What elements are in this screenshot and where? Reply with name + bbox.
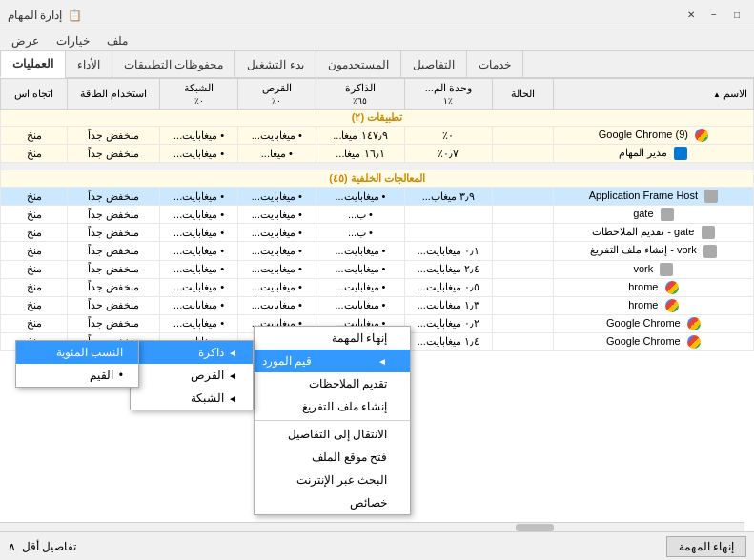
context-separator-1	[255, 420, 410, 421]
group-title-bg: المعالجات الخلفية (٤٥)	[1, 170, 754, 188]
process-name: Google Chrome (9)	[553, 127, 753, 145]
group-title-apps: تطبيقات (٢)	[1, 110, 754, 127]
tab-processes[interactable]: العمليات	[0, 51, 65, 78]
process-name: مدير المهام	[553, 145, 753, 163]
table-row[interactable]: vork ٢٫٤ ميغابايت... • ميغابايت... • ميغ…	[1, 260, 754, 278]
process-name: gate	[553, 206, 753, 224]
table-row[interactable]: gate - تقديم الملاحظات • ب... • ميغابايت…	[1, 224, 754, 242]
menu-bar: ملف خيارات عرض	[0, 30, 754, 51]
app-icon: 📋	[68, 9, 82, 22]
table-row[interactable]: مدير المهام ٠٫٧٪ ١٦٫١ ميغا... • ميغا... …	[1, 145, 754, 163]
submenu-item-memory[interactable]: ◄ ذاكرة	[131, 341, 253, 364]
minimize-button[interactable]: −	[704, 6, 723, 25]
process-table: الاسم ▲ الحالة وحدة الم...٪١ الذاكرة٦٥٪ …	[0, 78, 754, 351]
submenu-memory: النسب المئوية • القيم	[15, 340, 139, 388]
submenu2-item-percent[interactable]: النسب المئوية	[16, 341, 138, 364]
context-menu-item-open-location[interactable]: فتح موقع الملف	[255, 446, 410, 469]
cpu-val: ٣٫٩ ميغاب...	[405, 188, 492, 206]
col-power[interactable]: استخدام الطاقة	[68, 79, 160, 110]
tab-startup[interactable]: بدء التشغيل	[234, 51, 315, 77]
title-bar-controls: ✕ − □	[682, 6, 746, 25]
process-name: Google Chrome	[553, 314, 753, 332]
context-menu: إنهاء المهمة ◄ قيم المورد تقديم الملاحظا…	[254, 326, 411, 515]
power-val: منخفض جداً	[68, 188, 160, 206]
context-menu-item-details[interactable]: الانتقال إلى التفاصيل	[255, 423, 410, 446]
close-button[interactable]: ✕	[682, 6, 701, 25]
end-task-button[interactable]: إنهاء المهمة	[666, 536, 746, 557]
tab-users[interactable]: المستخدمون	[316, 51, 400, 77]
title-bar: ✕ − □ 📋 إدارة المهام	[0, 0, 754, 30]
menu-options[interactable]: خيارات	[49, 32, 97, 50]
process-name: vork - إنشاء ملف التفريغ	[553, 242, 753, 260]
process-name: Application Frame Host	[553, 188, 753, 206]
process-name: gate - تقديم الملاحظات	[553, 224, 753, 242]
app-title: 📋 إدارة المهام	[8, 9, 82, 22]
submenu-arrow-icon: ◄	[228, 348, 237, 358]
net-val: • ميغابايت...	[160, 127, 238, 145]
dot-icon: •	[119, 369, 123, 382]
context-menu-item-search-web[interactable]: البحث عبر الإنترنت	[255, 469, 410, 491]
context-menu-item-resource[interactable]: ◄ قيم المورد	[255, 350, 410, 372]
details-arrow-icon: ∧	[8, 540, 16, 553]
col-disk[interactable]: القرص٠٪	[237, 79, 316, 110]
menu-file[interactable]: ملف	[99, 32, 135, 50]
submenu-item-disk[interactable]: ◄ القرص	[131, 364, 253, 387]
process-name: hrome	[553, 296, 753, 314]
main-content: الاسم ▲ الحالة وحدة الم...٪١ الذاكرة٦٥٪ …	[0, 78, 754, 531]
submenu-arrow-icon: ◄	[377, 356, 387, 367]
horizontal-scrollbar[interactable]	[0, 522, 744, 531]
table-row[interactable]: gate • ب... • ميغابايت... • ميغابايت... …	[1, 206, 754, 224]
memory-val: ١٤٧٫٩ ميغا...	[316, 127, 404, 145]
memory-val: ١٦٫١ ميغا...	[316, 145, 404, 163]
details-label: تفاصيل أقل	[22, 540, 76, 553]
cpu-val: ٠٪	[405, 127, 492, 145]
tab-details[interactable]: التفاصيل	[400, 51, 466, 77]
process-name: hrome	[553, 278, 753, 296]
col-memory[interactable]: الذاكرة٦٥٪	[316, 79, 404, 110]
menu-view[interactable]: عرض	[4, 32, 47, 50]
table-row[interactable]: hrome ٠٫٥ ميغابايت... • ميغابايت... • مي…	[1, 278, 754, 296]
context-menu-item-dump[interactable]: إنشاء ملف التفريغ	[255, 395, 410, 418]
table-row[interactable]: vork - إنشاء ملف التفريغ ٠٫١ ميغابايت...…	[1, 242, 754, 260]
col-cpu[interactable]: وحدة الم...٪١	[405, 79, 492, 110]
context-menu-item-end-task[interactable]: إنهاء المهمة	[255, 327, 410, 350]
power-dir-val: منخ	[1, 145, 68, 163]
power-dir-val: منخ	[1, 127, 68, 145]
process-name: Google Chrome	[553, 332, 753, 350]
disk-val: • ميغا...	[237, 145, 316, 163]
group-header-bg: المعالجات الخلفية (٤٥)	[1, 170, 754, 188]
tab-app-history[interactable]: محفوظات التطبيقات	[112, 51, 234, 77]
tab-performance[interactable]: الأداء	[65, 51, 112, 77]
net-val: • ميغابايت...	[160, 145, 238, 163]
process-name: vork	[553, 260, 753, 278]
submenu-resource: ◄ ذاكرة ◄ القرص ◄ الشبكة	[130, 340, 254, 410]
details-control[interactable]: تفاصيل أقل ∧	[8, 540, 76, 553]
submenu-arrow-icon: ◄	[228, 370, 237, 381]
tab-services[interactable]: خدمات	[466, 51, 523, 77]
app-title-text: إدارة المهام	[8, 9, 62, 22]
submenu2-item-values[interactable]: • القيم	[16, 364, 138, 387]
power-val: منخفض جداً	[68, 127, 160, 145]
submenu-arrow-icon: ◄	[228, 393, 237, 404]
power-val: منخفض جداً	[68, 145, 160, 163]
cpu-val: ٠٫٧٪	[405, 145, 492, 163]
group-header-apps: تطبيقات (٢)	[1, 110, 754, 127]
col-name[interactable]: الاسم ▲	[553, 79, 753, 110]
maximize-button[interactable]: □	[727, 6, 746, 25]
status-bar: إنهاء المهمة تفاصيل أقل ∧	[0, 531, 754, 560]
col-network[interactable]: الشبكة٠٪	[160, 79, 238, 110]
table-row[interactable]: Application Frame Host ٣٫٩ ميغاب... • مي…	[1, 188, 754, 206]
context-menu-item-feedback[interactable]: تقديم الملاحظات	[255, 372, 410, 395]
col-power-dir[interactable]: اتجاه اس	[1, 79, 68, 110]
context-menu-item-properties[interactable]: خصائص	[255, 491, 410, 514]
table-row[interactable]: Google Chrome (9) ٠٪ ١٤٧٫٩ ميغا... • ميغ…	[1, 127, 754, 145]
disk-val: • ميغابايت...	[237, 127, 316, 145]
table-row[interactable]: hrome ١٫٣ ميغابايت... • ميغابايت... • مي…	[1, 296, 754, 314]
submenu-item-network[interactable]: ◄ الشبكة	[131, 387, 253, 410]
tab-bar: خدمات التفاصيل المستخدمون بدء التشغيل مح…	[0, 51, 754, 78]
col-status[interactable]: الحالة	[492, 79, 553, 110]
